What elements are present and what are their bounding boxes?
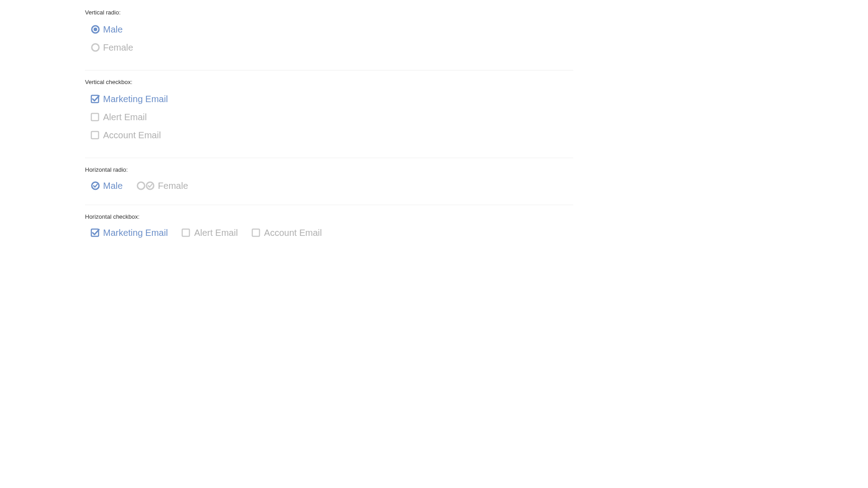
horizontal-checkbox-section: Horizontal checkbox: Marketing Email [85,213,573,252]
checkbox-empty-icon [90,112,100,122]
checkbox-option-label: Marketing Email [103,227,168,238]
svg-rect-10 [182,229,189,236]
vertical-checkbox-label: Vertical checkbox: [85,79,573,85]
checkbox-option-alert-email[interactable]: Alert Email [181,227,238,238]
horizontal-checkbox-label: Horizontal checkbox: [85,213,573,220]
checkbox-empty-icon [251,228,261,238]
horizontal-radio-group: Male Female [85,178,573,191]
checkbox-option-marketing-email[interactable]: Marketing Email [90,227,168,238]
checkbox-option-label: Account Email [103,130,161,141]
svg-rect-5 [91,131,99,139]
svg-point-2 [92,44,99,51]
svg-point-1 [94,28,97,31]
checkbox-option-label: Marketing Email [103,94,168,104]
radio-dot-selected-icon [90,24,100,34]
vertical-radio-section: Vertical radio: Male Female [85,9,573,70]
radio-option-label: Female [158,180,188,191]
radio-check-selected-icon [90,181,100,191]
horizontal-checkbox-group: Marketing Email Alert Email Account Emai… [85,225,573,238]
checkbox-option-label: Account Email [264,227,322,238]
checkbox-option-account-email[interactable]: Account Email [90,130,573,141]
svg-rect-4 [91,113,99,121]
vertical-radio-label: Vertical radio: [85,9,573,16]
checkbox-option-label: Alert Email [194,227,238,238]
checkbox-option-label: Alert Email [103,112,147,122]
radio-option-label: Male [103,24,123,35]
radio-circle-icon [136,181,146,191]
radio-option-male[interactable]: Male [90,180,123,191]
radio-option-female[interactable]: Female [136,180,188,191]
checkbox-option-alert-email[interactable]: Alert Email [90,112,573,122]
radio-circle-icon [90,42,100,52]
checkbox-checked-icon [90,228,100,238]
radio-option-female[interactable]: Female [90,42,573,53]
vertical-radio-group: Male Female [85,20,573,56]
radio-check-icon [145,181,155,191]
checkbox-empty-icon [90,130,100,140]
radio-option-label: Male [103,180,123,191]
checkbox-checked-icon [90,94,100,104]
vertical-checkbox-section: Vertical checkbox: Marketing Email Al [85,79,573,158]
svg-rect-11 [252,229,259,236]
checkbox-option-account-email[interactable]: Account Email [251,227,322,238]
checkbox-option-marketing-email[interactable]: Marketing Email [90,94,573,104]
checkbox-empty-icon [181,228,191,238]
form-demo-container: Vertical radio: Male Female [85,9,573,252]
svg-point-7 [137,182,145,189]
horizontal-radio-label: Horizontal radio: [85,166,573,173]
horizontal-radio-section: Horizontal radio: Male [85,166,573,205]
vertical-checkbox-group: Marketing Email Alert Email Account Emai… [85,90,573,144]
radio-option-label: Female [103,42,133,53]
radio-option-male[interactable]: Male [90,24,573,35]
